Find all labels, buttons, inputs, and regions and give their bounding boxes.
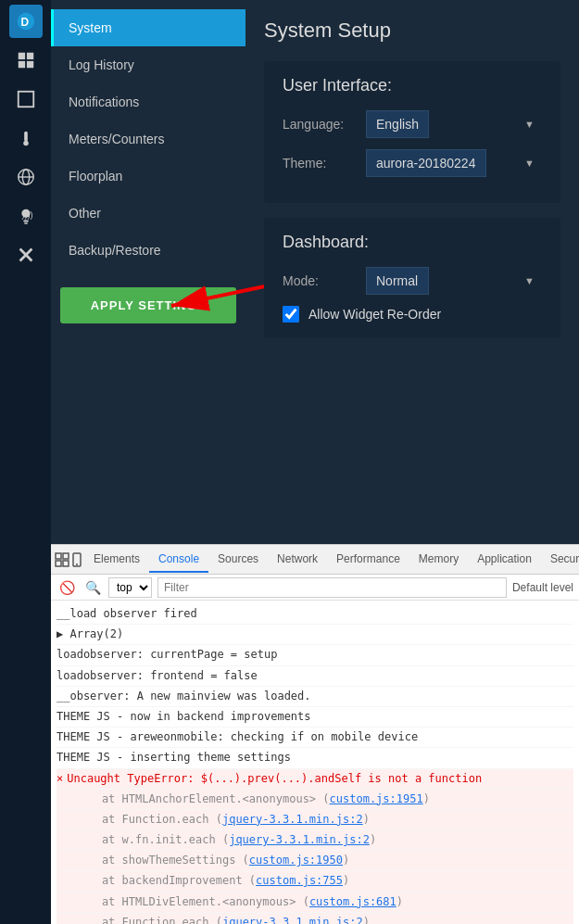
dashboard-title: Dashboard:	[283, 233, 542, 252]
nav-item-backup-restore[interactable]: Backup/Restore	[51, 232, 245, 269]
console-error-detail: at showThemeSettings (custom.js:1950)	[57, 851, 573, 871]
sidebar: D ))))	[0, 0, 51, 924]
mode-select[interactable]: Normal	[366, 267, 429, 295]
sidebar-icon-thermometer[interactable]	[9, 121, 43, 155]
tab-console[interactable]: Console	[149, 547, 208, 573]
nav-item-notifications[interactable]: Notifications	[51, 83, 245, 120]
svg-rect-14	[24, 222, 28, 223]
allow-reorder-row: Allow Widget Re-Order	[283, 306, 542, 323]
devtools-panel: Elements Console Sources Network Perform…	[51, 544, 579, 924]
mode-row: Mode: Normal	[283, 267, 542, 295]
dashboard-section: Dashboard: Mode: Normal Allow Widget Re-…	[264, 218, 560, 337]
console-line: THEME JS - areweonmobile: checking if on…	[57, 728, 573, 748]
console-error-detail: at w.fn.init.each (jquery-3.3.1.min.js:2…	[57, 830, 573, 851]
sidebar-icon-square[interactable]	[9, 82, 43, 116]
allow-reorder-label: Allow Widget Re-Order	[308, 307, 441, 322]
console-output[interactable]: __load observer fired ▶ Array(2) loadobs…	[51, 601, 579, 924]
allow-reorder-checkbox[interactable]	[283, 306, 299, 323]
console-error-detail: at backendImprovement (custom.js:755)	[57, 871, 573, 892]
devtools-inspect-icon[interactable]	[55, 547, 69, 573]
devtools-mobile-icon[interactable]	[69, 547, 84, 573]
default-level-label: Default level	[512, 581, 573, 594]
language-row: Language: English	[283, 110, 542, 138]
tab-memory[interactable]: Memory	[409, 547, 468, 573]
theme-row: Theme: aurora-20180224	[283, 149, 542, 177]
clear-console-icon[interactable]: 🚫	[57, 577, 77, 598]
console-error-detail: at Function.each (jquery-3.3.1.min.js:2)	[57, 810, 573, 830]
tab-elements[interactable]: Elements	[84, 547, 149, 573]
sidebar-icon-globe[interactable]	[9, 160, 43, 194]
theme-select[interactable]: aurora-20180224	[366, 149, 486, 177]
language-select[interactable]: English	[366, 110, 429, 138]
console-line: loadobserver: frontend = false	[57, 666, 573, 687]
svg-rect-3	[26, 53, 32, 59]
tab-network[interactable]: Network	[268, 547, 327, 573]
filter-input[interactable]	[157, 577, 507, 598]
sidebar-icon-wrench[interactable]	[9, 238, 43, 272]
tab-sources[interactable]: Sources	[208, 547, 268, 573]
svg-text:D: D	[20, 16, 29, 29]
console-line: __observer: A new mainview was loaded.	[57, 687, 573, 707]
nav-item-log-history[interactable]: Log History	[51, 46, 245, 83]
error-link[interactable]: jquery-3.3.1.min.js:2	[229, 833, 370, 846]
tab-performance[interactable]: Performance	[327, 547, 409, 573]
tab-application[interactable]: Application	[468, 547, 541, 573]
console-line: __load observer fired	[57, 604, 573, 625]
sidebar-icon-grid[interactable]	[9, 44, 43, 77]
svg-rect-20	[56, 553, 61, 559]
nav-item-floorplan[interactable]: Floorplan	[51, 158, 245, 195]
theme-select-wrapper: aurora-20180224	[366, 149, 542, 177]
nav-item-system[interactable]: System	[51, 9, 245, 46]
nav-menu: System Log History Notifications Meters/…	[51, 0, 245, 544]
error-link[interactable]: jquery-3.3.1.min.js:2	[222, 916, 363, 924]
mode-select-wrapper: Normal	[366, 267, 542, 295]
devtools-tabs-bar: Elements Console Sources Network Perform…	[51, 545, 579, 575]
console-line: THEME JS - now in backend improvements	[57, 707, 573, 728]
console-error-detail: at Function.each (jquery-3.3.1.min.js:2)	[57, 913, 573, 924]
user-interface-title: User Interface:	[283, 76, 542, 95]
console-error-detail: at HTMLAnchorElement.<anonymous> (custom…	[57, 790, 573, 810]
console-line: loadobserver: currentPage = setup	[57, 645, 573, 665]
console-error-line: ×Uncaught TypeError: $(...).prev(...).an…	[57, 769, 573, 790]
svg-rect-22	[63, 553, 69, 559]
nav-item-other[interactable]: Other	[51, 195, 245, 232]
svg-text:)))): ))))	[21, 210, 32, 220]
sidebar-icon-logo[interactable]: D	[9, 5, 43, 38]
apply-settings-button[interactable]: APPLY SETTINGS	[60, 287, 236, 323]
svg-rect-13	[23, 221, 29, 222]
svg-rect-5	[26, 61, 32, 68]
console-line: ▶ Array(2)	[57, 625, 573, 645]
mode-label: Mode:	[283, 273, 366, 288]
svg-rect-4	[18, 61, 24, 68]
error-link[interactable]: custom.js:1950	[249, 854, 343, 867]
user-interface-section: User Interface: Language: English Theme:…	[264, 61, 560, 203]
main-area: System Log History Notifications Meters/…	[51, 0, 579, 924]
filter-icon[interactable]: 🔍	[82, 577, 103, 598]
console-error-detail: at HTMLDivElement.<anonymous> (custom.js…	[57, 892, 573, 913]
error-link[interactable]: custom.js:755	[256, 874, 343, 887]
svg-point-8	[23, 141, 29, 146]
svg-rect-6	[18, 92, 33, 108]
settings-panel: System Setup User Interface: Language: E…	[245, 0, 579, 544]
error-link[interactable]: custom.js:681	[309, 895, 396, 908]
language-label: Language:	[283, 117, 366, 132]
app-area: System Log History Notifications Meters/…	[51, 0, 579, 544]
tab-security[interactable]: Security	[541, 547, 579, 573]
console-line: THEME JS - inserting theme settings	[57, 748, 573, 768]
sidebar-icon-bulb[interactable]: ))))	[9, 199, 43, 233]
nav-item-meters-counters[interactable]: Meters/Counters	[51, 120, 245, 158]
svg-rect-21	[56, 561, 61, 566]
language-select-wrapper: English	[366, 110, 542, 138]
console-toolbar: 🚫 🔍 top Default level	[51, 575, 579, 601]
svg-rect-7	[24, 132, 28, 142]
error-link[interactable]: jquery-3.3.1.min.js:2	[222, 813, 363, 826]
svg-rect-23	[63, 561, 69, 566]
page-title: System Setup	[264, 19, 560, 43]
svg-rect-2	[18, 53, 24, 59]
error-link[interactable]: custom.js:1951	[330, 792, 423, 805]
theme-label: Theme:	[283, 156, 366, 171]
context-select[interactable]: top	[108, 577, 152, 598]
